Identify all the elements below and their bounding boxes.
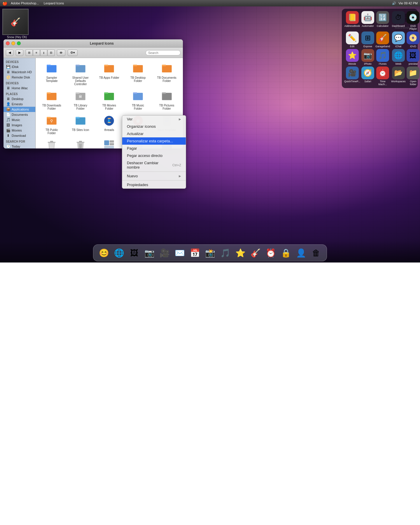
ctx-personalizar[interactable]: Personalizar esta carpeta... (122, 137, 186, 145)
dock-trash[interactable]: 🗑 (309, 246, 323, 260)
sidebar-home-imac[interactable]: 🖥Home iMac (4, 85, 35, 91)
dock-music[interactable]: 🎵 (218, 246, 232, 260)
dock-pic[interactable]: 📸 (203, 246, 217, 260)
app-addressbook[interactable]: 📒 AddressBook (344, 11, 360, 30)
star-dock-icon: ⭐ (233, 246, 247, 260)
dock-system[interactable]: 🌐 (112, 246, 126, 260)
menu-photoshop[interactable]: Adobe Photoshop... (11, 1, 39, 5)
dock-mail[interactable]: ✉️ (173, 246, 187, 260)
app-preview[interactable]: 🖼 preview (407, 49, 419, 65)
finder-item-shared[interactable]: Shared User Defaults Controller (67, 60, 94, 87)
finder-item-tbsites[interactable]: TB Sites Icon (67, 113, 94, 136)
dock-video[interactable]: 🎥 (158, 246, 172, 260)
app-imovie[interactable]: ⭐ iMovie (344, 49, 360, 65)
app-timemachine[interactable]: ⏰ Time Mach... (375, 66, 390, 86)
dock-guitar[interactable]: 🎸 (249, 246, 262, 260)
app-safari[interactable]: 🧭 Safari (361, 66, 374, 86)
app-expose[interactable]: ⊞ Expose (361, 32, 374, 48)
sidebar-applications[interactable]: 📦Applications (4, 107, 35, 112)
sidebar-documents[interactable]: 📄Documents (4, 112, 35, 117)
svg-rect-1 (47, 65, 51, 66)
dock-finder[interactable]: 😊 (97, 246, 111, 260)
app-automator[interactable]: 🤖 Automator (361, 11, 374, 30)
ctx-actualizar[interactable]: Actualizar (122, 130, 186, 137)
app-calculator[interactable]: 🔢 Calculator (375, 11, 390, 30)
finder-item-trash-empty[interactable]: Trash empty (38, 137, 66, 148)
dock-star[interactable]: ⭐ (233, 246, 247, 260)
dock-photo[interactable]: 🖼 (127, 246, 141, 260)
icon-view-btn[interactable]: ⊞ (26, 50, 33, 56)
finder-item-tbmovies[interactable]: TB Movies Folder (95, 88, 123, 111)
sidebar-idisk[interactable]: 💾iDisk (4, 64, 35, 69)
itunes-widget[interactable]: 🎸 Snow (Hey Oh) (2, 9, 32, 38)
minimize-button[interactable] (11, 41, 15, 45)
timemachine-app-icon: ⏰ (376, 66, 389, 79)
menu-leopard-icons[interactable]: Leopard Icons (44, 1, 64, 5)
app-iphoto[interactable]: 📷 iPhoto (361, 49, 374, 65)
finder-item-tbdownloads[interactable]: TB Downloads Folder (38, 88, 66, 111)
app-dvd[interactable]: 💿 DVD Player (407, 11, 419, 30)
finder-item-view[interactable]: View (95, 137, 123, 148)
sidebar-images[interactable]: 🖼Images (4, 123, 35, 128)
list-view-btn[interactable]: ≡ (33, 50, 40, 56)
column-view-btn[interactable]: ⫿ (40, 50, 47, 56)
app-garageband[interactable]: 🎸 Garageband (375, 32, 390, 48)
app-workspaces-panel[interactable]: 📂 Workspaces (391, 66, 405, 86)
dock-user[interactable]: 👤 (294, 246, 308, 260)
menu-volume[interactable]: 🔊 (392, 1, 396, 5)
ctx-pagar[interactable]: Pagar (122, 145, 186, 152)
dock-lock[interactable]: 🔒 (279, 246, 293, 260)
dock-top: 😊 🌐 🖼 📷 🎥 ✉️ 📅 📸 🎵 ⭐ 🎸 ⏰ 🔒 👤 🗑 (0, 241, 420, 262)
svg-rect-35 (50, 141, 53, 142)
maximize-button[interactable] (17, 41, 21, 45)
sidebar-desktop[interactable]: 🖥Desktop (4, 96, 35, 102)
svg-rect-0 (47, 65, 57, 72)
app-quicktime[interactable]: 🎥 QuickTimeP... (344, 66, 360, 86)
svg-rect-15 (104, 93, 114, 100)
sidebar-macintosh-hd[interactable]: 🖥Macintosh HD (4, 69, 35, 75)
finder-item-tbdesktop[interactable]: TB Desktop Folder (124, 60, 152, 87)
app-iweb[interactable]: 🌐 iWeb (391, 49, 405, 65)
sidebar-download[interactable]: ⬇Download (4, 133, 35, 138)
ctx-ver[interactable]: Ver ▶ (122, 116, 186, 123)
preview-btn[interactable]: 👁 (57, 50, 65, 56)
finder-item-trash-full[interactable]: Trash Full (67, 137, 94, 148)
flow-view-btn[interactable]: ⊟ (48, 50, 55, 56)
finder-item-tblibrary[interactable]: 🏛 TB Library Folder (67, 88, 94, 111)
finder-item-threads[interactable]: 🧵 threads (95, 113, 123, 136)
ctx-deshacer[interactable]: Deshacer Cambiar nombre Ctrl+Z (122, 159, 186, 171)
sidebar-ernesto[interactable]: 👤Ernesto (4, 102, 35, 107)
finder-item-tbpictures[interactable]: TB Pictures Folder (153, 88, 181, 111)
finder-item-sampler[interactable]: Sampler Template (38, 60, 66, 87)
sidebar-music[interactable]: 🎵Music (4, 117, 35, 123)
dock-calendar[interactable]: 📅 (188, 246, 202, 260)
forward-button[interactable]: ▶ (16, 50, 23, 56)
ctx-nuevo[interactable]: Nuevo ▶ (122, 172, 186, 180)
close-button[interactable] (6, 41, 10, 45)
app-ichat[interactable]: 💬 iChat (391, 32, 405, 48)
back-button[interactable]: ◀ (6, 50, 13, 56)
finder-item-tbdocuments[interactable]: TB Documents Folder (153, 60, 181, 87)
app-itunes[interactable]: 🎵 iTunes (375, 49, 390, 65)
dock-clock[interactable]: ⏰ (264, 246, 278, 260)
action-btn[interactable]: ⚙▾ (68, 50, 78, 56)
sidebar-movies[interactable]: 🎬Movies (4, 128, 35, 133)
finder-search-input[interactable] (146, 50, 181, 55)
ctx-propiedades[interactable]: Propiedades (122, 181, 186, 188)
apple-menu[interactable]: 🍎 (2, 1, 7, 6)
app-idvd[interactable]: 📀 iDVD (407, 32, 419, 48)
ctx-pegar-acceso[interactable]: Pegar acceso directo (122, 152, 186, 159)
sidebar-today[interactable]: 🕐Today (4, 144, 35, 148)
finder-item-tbapps[interactable]: TB Apps Folder (95, 60, 123, 87)
finder-item-tbmusic[interactable]: TB Music Folder (124, 88, 152, 111)
app-dashboard[interactable]: ⏱ Dashboard (391, 11, 405, 30)
app-openfolder[interactable]: 📁 Open folder (407, 66, 419, 86)
finder-item-tbpublic[interactable]: ⚲ TB Public Folder (38, 113, 66, 136)
ctx-organizar[interactable]: Organizar íconos (122, 123, 186, 130)
app-edit[interactable]: ✏️ Edit (344, 32, 360, 48)
sampler-icon (45, 62, 59, 76)
svg-rect-19 (162, 93, 172, 100)
sidebar-remote-disk[interactable]: 📀Remote Disk (4, 75, 35, 80)
dock-camera[interactable]: 📷 (142, 246, 156, 260)
tbpictures-icon (160, 89, 174, 103)
